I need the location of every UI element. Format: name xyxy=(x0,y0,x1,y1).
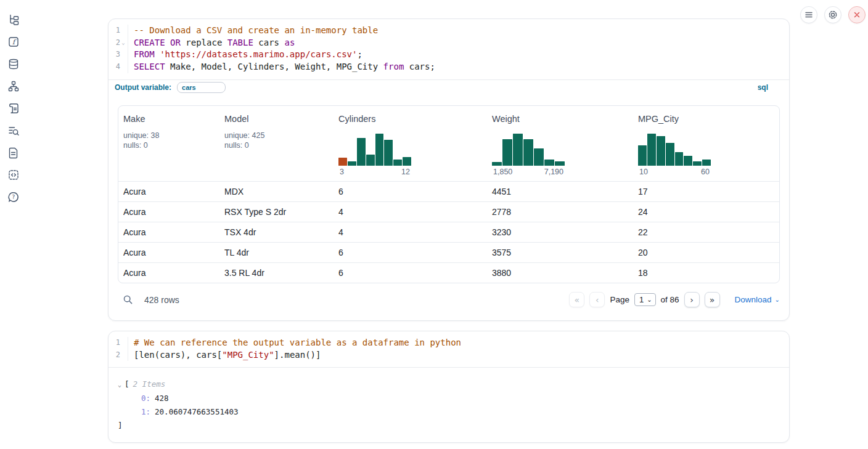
histogram-bar xyxy=(684,156,692,166)
table-cell: 18 xyxy=(633,268,779,278)
hamburger-menu-icon xyxy=(805,10,813,19)
histogram-bar xyxy=(393,160,402,166)
python-code-editor[interactable]: 1# We can reference the output variable … xyxy=(108,331,789,367)
helper-panel-sidebar: f xyxy=(0,0,27,449)
histogram-bar xyxy=(666,143,674,166)
table-footer: 428 rows « ‹ Page 1 ⌄ of 86 › » Download… xyxy=(118,292,780,308)
column-stats: unique: 425nulls: 0 xyxy=(224,131,329,151)
column-header[interactable]: Cylinders312 xyxy=(334,106,487,181)
code-line: 4SELECT Make, Model, Cylinders, Weight, … xyxy=(108,61,789,73)
sidebar-item-search[interactable] xyxy=(6,123,21,138)
histogram-bar xyxy=(513,134,523,166)
dependency-graph-icon xyxy=(7,80,20,92)
histogram-axis: 1,8507,190 xyxy=(492,168,565,176)
histogram-bar xyxy=(693,161,702,166)
table-cell: 6 xyxy=(334,187,487,196)
window-controls xyxy=(800,6,866,23)
table-cell: 17 xyxy=(633,187,779,196)
line-number: 4 xyxy=(108,61,128,73)
collapse-chevron-icon[interactable]: ⌄ xyxy=(118,381,121,388)
histogram-bar xyxy=(338,158,347,166)
page-label: Page xyxy=(610,295,629,304)
python-cell: 1# We can reference the output variable … xyxy=(108,331,790,443)
table-cell: TSX 4dr xyxy=(219,227,334,237)
sidebar-item-documentation[interactable] xyxy=(6,145,21,160)
line-number: 1 xyxy=(108,337,128,349)
page-select-value: 1 xyxy=(639,295,644,304)
previous-page-button[interactable]: ‹ xyxy=(589,292,605,307)
histogram-bar xyxy=(375,134,384,166)
fold-chevron-icon[interactable]: ⌄ xyxy=(120,37,126,49)
table-row: AcuraTSX 4dr4323022 xyxy=(118,222,779,242)
sql-code-editor[interactable]: 1-- Download a CSV and create an in-memo… xyxy=(108,19,789,79)
column-histogram: 1060 xyxy=(638,134,711,176)
sql-cell: 1-- Download a CSV and create an in-memo… xyxy=(108,18,790,321)
table-cell: 3.5 RL 4dr xyxy=(219,268,334,278)
sidebar-item-dependency-graph[interactable] xyxy=(6,79,21,94)
sidebar-item-snippets[interactable] xyxy=(6,168,21,182)
next-page-button[interactable]: › xyxy=(684,292,700,307)
sidebar-item-logs[interactable] xyxy=(6,101,21,116)
output-variable-input[interactable] xyxy=(177,82,226,93)
table-cell: TL 4dr xyxy=(219,248,334,257)
settings-button[interactable] xyxy=(824,6,841,23)
svg-text:f: f xyxy=(12,38,17,46)
marimo-notebook: f xyxy=(0,0,868,449)
output-variable-label: Output variable: xyxy=(115,83,171,92)
column-header[interactable]: MPG_City1060 xyxy=(633,106,779,181)
line-number: 3 xyxy=(108,49,128,61)
histogram-axis: 1060 xyxy=(638,168,711,176)
column-header[interactable]: Makeunique: 38nulls: 0 xyxy=(118,106,219,181)
database-icon xyxy=(7,58,20,70)
table-cell: 22 xyxy=(633,227,779,237)
last-page-button[interactable]: » xyxy=(705,292,720,307)
table-cell: 4451 xyxy=(487,187,633,196)
table-cell: 24 xyxy=(633,207,779,217)
open-bracket: [ xyxy=(125,379,129,389)
next-page-icon: › xyxy=(690,295,694,305)
close-bracket: ] xyxy=(118,421,123,430)
code-line: 1# We can reference the output variable … xyxy=(108,337,789,349)
notebook-menu-button[interactable] xyxy=(800,6,817,23)
first-page-button[interactable]: « xyxy=(569,292,584,307)
table-cell: 2778 xyxy=(487,207,633,217)
table-cell: 3230 xyxy=(487,227,633,237)
sidebar-item-file-explorer[interactable] xyxy=(6,12,21,27)
column-label: Cylinders xyxy=(338,114,482,124)
code-line: 2⌄CREATE OR replace TABLE cars as xyxy=(108,37,789,49)
svg-text:?: ? xyxy=(12,194,15,200)
sidebar-item-help[interactable]: ? xyxy=(6,190,21,204)
column-label: Model xyxy=(224,114,329,124)
close-icon xyxy=(853,11,861,18)
table-row: AcuraRSX Type S 2dr4277824 xyxy=(118,201,779,222)
scroll-icon xyxy=(7,102,20,115)
sidebar-item-datasources[interactable] xyxy=(6,57,21,71)
histogram-bar xyxy=(357,138,366,166)
shutdown-button[interactable] xyxy=(848,6,866,23)
download-button[interactable]: Download ⌄ xyxy=(735,295,780,304)
histogram-bar xyxy=(657,136,665,166)
table-row: AcuraMDX6445117 xyxy=(118,181,779,201)
page-select[interactable]: 1 ⌄ xyxy=(634,293,656,306)
table-cell: 4 xyxy=(334,207,487,217)
histogram-bar xyxy=(366,155,375,166)
table-cell: 3880 xyxy=(487,268,633,278)
column-header[interactable]: Modelunique: 425nulls: 0 xyxy=(219,106,334,181)
line-number: 1 xyxy=(108,25,128,37)
first-page-icon: « xyxy=(575,295,580,305)
table-cell: MDX xyxy=(219,187,334,196)
table-search-button[interactable] xyxy=(123,294,133,305)
download-label: Download xyxy=(735,295,772,304)
previous-page-icon: ‹ xyxy=(596,295,599,305)
code-line: 3FROM 'https://datasets.marimo.app/cars.… xyxy=(108,49,789,61)
table-cell: RSX Type S 2dr xyxy=(219,207,334,217)
histogram-bar xyxy=(675,152,684,166)
column-histogram: 312 xyxy=(338,134,411,176)
table-row: Acura3.5 RL 4dr6388018 xyxy=(118,262,779,283)
gear-icon xyxy=(828,10,838,20)
column-header[interactable]: Weight1,8507,190 xyxy=(487,106,633,181)
sidebar-item-functions[interactable]: f xyxy=(6,34,21,49)
language-badge: sql xyxy=(758,83,768,92)
histogram-bar xyxy=(702,160,711,166)
column-label: Weight xyxy=(492,114,628,124)
